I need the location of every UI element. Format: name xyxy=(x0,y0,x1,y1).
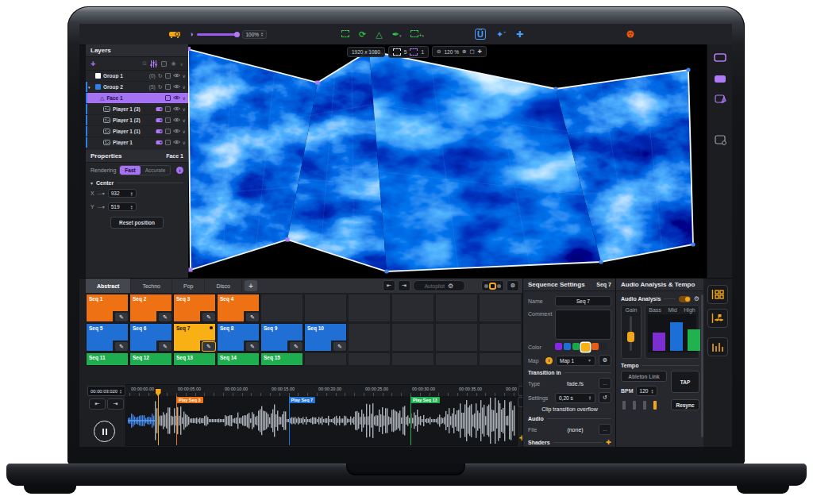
select-tool-icon[interactable] xyxy=(341,29,349,39)
eye-icon[interactable] xyxy=(173,106,180,112)
resync-button[interactable]: Resync xyxy=(671,399,699,410)
eye-icon[interactable] xyxy=(173,73,180,79)
beam-icon[interactable] xyxy=(156,117,163,124)
layer-checkbox[interactable] xyxy=(165,106,171,112)
layer-row-group-2[interactable]: ▾Group 2(5)↻∨ xyxy=(86,82,188,93)
edit-sequence-button[interactable]: ✎ xyxy=(200,340,215,351)
edit-sequence-button[interactable]: ✎ xyxy=(113,340,128,351)
layer-row-face-1[interactable]: △Face 1∨ xyxy=(86,93,188,104)
color-swatch[interactable] xyxy=(591,343,599,350)
chevron-down-icon[interactable]: ∨ xyxy=(183,73,186,79)
tap-button[interactable]: TAP xyxy=(671,371,699,393)
crosshair-tool-icon[interactable]: ✚ xyxy=(516,29,523,40)
grid-empty-cell[interactable] xyxy=(479,352,522,366)
audio-view-icon[interactable] xyxy=(707,337,728,356)
reset-position-button[interactable]: Reset position xyxy=(110,217,164,229)
sequence-cell-seq-10[interactable]: Seq 10✎ xyxy=(304,323,347,352)
triangle-tool-icon[interactable]: △ xyxy=(376,29,382,40)
zoom-out-icon[interactable]: ⊖ xyxy=(437,48,441,55)
rendering-fast[interactable]: Fast xyxy=(120,166,140,175)
reset-transition-icon[interactable]: ↺ xyxy=(599,392,611,403)
sequence-cell-seq-12[interactable]: Seq 12 xyxy=(129,352,172,366)
grid-empty-cell[interactable] xyxy=(304,352,347,366)
layer-row-player-1[interactable]: Player 1∨ xyxy=(86,137,188,148)
tab-disco[interactable]: Disco xyxy=(205,279,242,293)
layer-checkbox[interactable] xyxy=(165,140,171,145)
edit-sequence-button[interactable]: ✎ xyxy=(200,311,215,321)
marker-line[interactable] xyxy=(176,396,177,445)
grid-empty-cell[interactable] xyxy=(304,294,347,322)
chevron-down-icon[interactable]: ∨ xyxy=(183,95,186,101)
chevron-down-icon[interactable]: ∨ xyxy=(183,106,186,112)
rendering-segmented[interactable]: Fast Accurate xyxy=(119,165,171,175)
autopilot-dropdown[interactable]: Autopilot⚙ xyxy=(413,280,465,291)
chevron-down-icon[interactable]: ∨ xyxy=(183,84,186,90)
sequence-cell-seq-4[interactable]: Seq 4✎ xyxy=(217,294,260,322)
layer-row-group-1[interactable]: Group 1(0)↻∨ xyxy=(86,71,188,82)
mask-edit-icon[interactable] xyxy=(715,94,726,108)
time-display[interactable]: 00:00:03:020▲▼ xyxy=(87,386,125,396)
sequence-cell-seq-3[interactable]: Seq 3✎ xyxy=(173,294,216,322)
edit-sequence-button[interactable]: ✎ xyxy=(287,340,302,351)
marker-chip[interactable]: Play Seq 7 xyxy=(289,397,316,403)
bug-icon[interactable] xyxy=(626,27,635,41)
timeline-view-icon[interactable] xyxy=(707,309,728,328)
sequence-cell-seq-9[interactable]: Seq 9✎ xyxy=(260,323,303,352)
edit-sequence-button[interactable]: ✎ xyxy=(156,311,171,321)
marker-line[interactable] xyxy=(289,396,290,445)
grid-empty-cell[interactable] xyxy=(348,352,391,366)
layer-checkbox[interactable] xyxy=(165,129,171,134)
beam-icon[interactable] xyxy=(156,129,163,135)
layer-checkbox[interactable] xyxy=(165,95,171,101)
chevron-down-icon[interactable]: ∨ xyxy=(183,140,186,145)
sequence-cell-seq-1[interactable]: Seq 1✎ xyxy=(86,294,129,322)
file-browse-button[interactable]: … xyxy=(599,424,611,435)
sequence-cell-seq-2[interactable]: Seq 2✎ xyxy=(129,294,172,322)
add-shape-tool-icon[interactable]: +▾ xyxy=(410,29,424,39)
x-field[interactable]: 932▲▼ xyxy=(108,189,137,198)
chevron-down-icon[interactable]: ∨ xyxy=(183,129,186,134)
mapped-surface[interactable] xyxy=(188,44,707,278)
clip-transition-overflow-button[interactable]: Clip transition overflow xyxy=(541,406,597,412)
effects-tool-icon[interactable]: ✦+ xyxy=(496,29,506,40)
edit-sequence-button[interactable]: ✎ xyxy=(331,340,346,351)
color-swatch[interactable] xyxy=(600,343,607,350)
solo-checkbox[interactable] xyxy=(161,61,167,67)
grid-empty-cell[interactable] xyxy=(435,352,478,366)
sequence-cell-seq-13[interactable]: Seq 13 xyxy=(173,352,216,366)
color-swatch[interactable] xyxy=(572,343,580,350)
timeline[interactable]: 00:00:00.0000:00:05.0000:00:10.0000:00:1… xyxy=(125,384,518,446)
sequence-cell-seq-15[interactable]: Seq 15 xyxy=(260,352,303,366)
grid-empty-cell[interactable] xyxy=(391,294,434,322)
layer-checkbox[interactable] xyxy=(165,73,171,79)
grid-size-switch[interactable] xyxy=(481,280,504,291)
sequence-cell-seq-14[interactable]: Seq 14 xyxy=(217,352,260,366)
sequence-cell-seq-6[interactable]: Seq 6✎ xyxy=(129,323,172,352)
center-caret-icon[interactable]: ▾ xyxy=(91,180,93,186)
type-browse-button[interactable]: … xyxy=(599,378,611,389)
sequence-cell-seq-7[interactable]: Seq 7✎ xyxy=(173,323,216,352)
color-swatches[interactable] xyxy=(555,343,607,352)
tab-abstract[interactable]: Abstract xyxy=(86,279,131,293)
pan-icon[interactable]: ✚ xyxy=(478,48,482,55)
x-mode-icon[interactable]: —▾ xyxy=(98,190,105,196)
layer-checkbox[interactable] xyxy=(165,84,171,90)
grid-empty-cell[interactable] xyxy=(391,323,434,352)
zoom-in-icon[interactable]: ⊕ xyxy=(462,48,466,55)
loop-icon[interactable]: ↻ xyxy=(158,73,163,79)
pause-button[interactable] xyxy=(94,421,115,442)
map-dropdown[interactable]: Map 1▼ xyxy=(556,356,595,366)
layer-row-player-1-1-[interactable]: Player 1 (1)∨ xyxy=(86,126,188,137)
mapping-canvas[interactable]: 1920 x 1080 5 1 ⊖ 120 % ⊕ ▢ ✚ xyxy=(188,44,707,278)
caret-icon[interactable]: ▾ xyxy=(88,85,93,90)
audio-analysis-toggle[interactable] xyxy=(679,296,691,302)
color-swatch[interactable] xyxy=(564,343,571,350)
map-gear-icon[interactable]: ⚙ xyxy=(599,355,611,366)
add-layer-button[interactable]: + xyxy=(91,59,95,68)
brightness-value[interactable]: 100%▲▼ xyxy=(242,30,267,39)
bpm-field[interactable]: 120▲▼ xyxy=(636,386,658,396)
comment-field[interactable] xyxy=(555,310,611,340)
rotate-tool-icon[interactable]: ⟳ xyxy=(359,29,366,40)
waveform-area[interactable] xyxy=(126,396,517,445)
projector-icon[interactable] xyxy=(168,27,181,41)
